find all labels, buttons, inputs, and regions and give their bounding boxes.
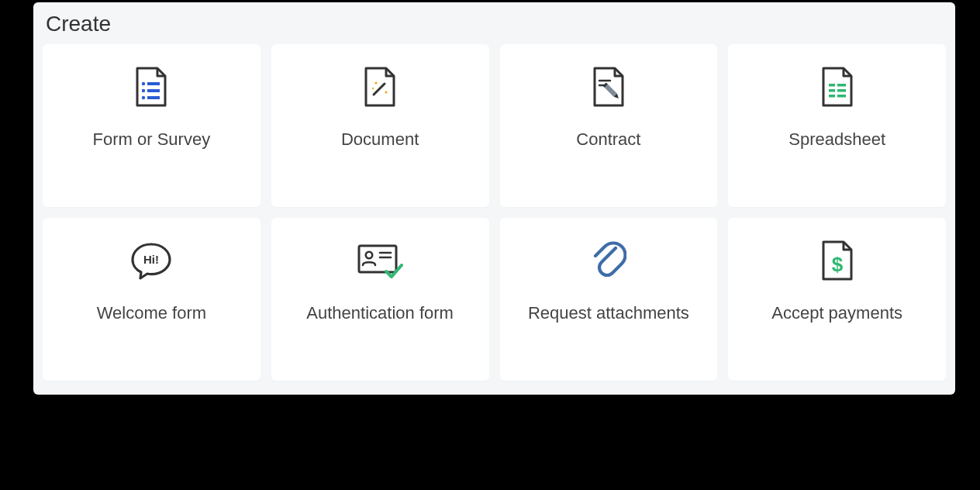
svg-rect-5 [147, 96, 160, 99]
card-form-or-survey[interactable]: Form or Survey [43, 44, 261, 207]
panel-title: Create [46, 12, 946, 36]
card-authentication-form[interactable]: Authentication form [271, 218, 489, 381]
svg-rect-22 [359, 246, 396, 272]
authentication-id-icon [357, 238, 403, 285]
card-label: Document [341, 128, 419, 151]
card-label: Spreadsheet [788, 128, 885, 151]
card-contract[interactable]: Contract [500, 44, 718, 207]
svg-rect-18 [837, 89, 846, 92]
card-welcome-form[interactable]: Hi! Welcome form [43, 218, 261, 381]
card-label: Welcome form [97, 302, 206, 325]
spreadsheet-icon [820, 64, 854, 111]
svg-text:Hi!: Hi! [143, 253, 159, 266]
svg-point-23 [366, 252, 372, 258]
svg-rect-17 [829, 89, 835, 92]
card-accept-payments[interactable]: $ Accept payments [728, 218, 946, 381]
svg-point-0 [142, 82, 145, 85]
svg-line-6 [374, 84, 385, 95]
card-grid: Form or Survey Document [43, 44, 946, 381]
card-spreadsheet[interactable]: Spreadsheet [728, 44, 946, 207]
document-wand-icon [363, 64, 397, 111]
svg-rect-20 [837, 95, 846, 98]
payment-dollar-icon: $ [820, 238, 854, 285]
card-label: Contract [576, 128, 640, 151]
card-document[interactable]: Document [271, 44, 489, 207]
svg-point-2 [142, 89, 145, 92]
card-request-attachments[interactable]: Request attachments [500, 218, 718, 381]
svg-text:$: $ [831, 253, 843, 276]
paperclip-icon [591, 238, 626, 285]
form-list-icon [134, 64, 168, 111]
svg-rect-15 [829, 84, 835, 87]
card-label: Request attachments [528, 302, 689, 325]
card-label: Authentication form [306, 302, 454, 325]
create-panel: Create Form or Survey [33, 2, 955, 395]
svg-point-7 [375, 81, 378, 84]
svg-rect-1 [147, 82, 160, 85]
svg-rect-3 [147, 89, 160, 92]
svg-rect-19 [829, 95, 835, 98]
svg-point-9 [372, 88, 374, 89]
svg-point-8 [385, 91, 388, 93]
svg-rect-16 [837, 84, 846, 87]
welcome-speech-icon: Hi! [129, 238, 173, 285]
card-label: Form or Survey [93, 128, 211, 151]
card-label: Accept payments [771, 302, 902, 325]
svg-point-4 [142, 96, 145, 99]
contract-pen-icon [592, 64, 626, 111]
